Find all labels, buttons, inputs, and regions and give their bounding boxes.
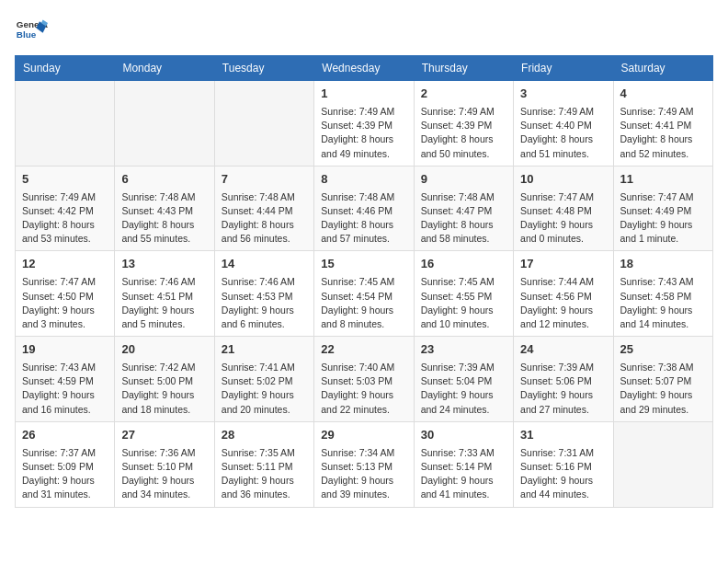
day-info-line: Sunrise: 7:39 AM: [520, 361, 606, 374]
calendar-cell: 29Sunrise: 7:34 AMSunset: 5:13 PMDayligh…: [314, 421, 414, 507]
day-info-line: Daylight: 9 hours and 1 minute.: [620, 218, 706, 246]
day-info-line: Sunrise: 7:48 AM: [421, 190, 506, 204]
calendar-cell: [16, 81, 115, 167]
day-number: 14: [222, 256, 307, 273]
logo: General Blue: [15, 15, 48, 48]
day-info-line: Sunrise: 7:48 AM: [222, 190, 307, 204]
day-number: 13: [121, 256, 207, 273]
calendar-cell: 24Sunrise: 7:39 AMSunset: 5:06 PMDayligh…: [514, 337, 613, 422]
day-number: 1: [321, 86, 406, 103]
calendar-cell: 19Sunrise: 7:43 AMSunset: 4:59 PMDayligh…: [16, 337, 115, 422]
day-info-line: Daylight: 9 hours and 44 minutes.: [520, 474, 606, 501]
day-info-line: Sunset: 5:13 PM: [321, 460, 406, 474]
day-info-line: Daylight: 8 hours and 58 minutes.: [421, 218, 506, 246]
day-info-line: Sunrise: 7:41 AM: [222, 361, 307, 374]
day-info-line: Sunset: 4:40 PM: [520, 119, 606, 132]
day-info-line: Daylight: 8 hours and 55 minutes.: [121, 218, 207, 246]
day-info-line: Sunrise: 7:37 AM: [22, 446, 108, 460]
day-info-line: Sunset: 4:50 PM: [22, 290, 108, 304]
day-info-line: Sunrise: 7:34 AM: [321, 446, 406, 460]
day-info-line: Daylight: 9 hours and 12 minutes.: [520, 304, 606, 331]
day-number: 15: [321, 256, 406, 273]
day-info-line: Daylight: 9 hours and 36 minutes.: [222, 474, 307, 501]
day-number: 4: [620, 86, 706, 103]
calendar-table: SundayMondayTuesdayWednesdayThursdayFrid…: [15, 55, 713, 508]
day-info-line: Sunset: 5:07 PM: [620, 374, 706, 388]
day-number: 3: [520, 86, 606, 103]
day-number: 26: [22, 427, 108, 444]
calendar-cell: 6Sunrise: 7:48 AMSunset: 4:43 PMDaylight…: [115, 166, 214, 251]
day-info-line: Daylight: 9 hours and 0 minutes.: [520, 218, 606, 246]
day-info-line: Daylight: 9 hours and 34 minutes.: [121, 474, 207, 501]
calendar-cell: 20Sunrise: 7:42 AMSunset: 5:00 PMDayligh…: [115, 337, 214, 422]
day-info-line: Sunrise: 7:46 AM: [222, 275, 307, 289]
day-info-line: Sunrise: 7:46 AM: [121, 275, 207, 289]
calendar-cell: 13Sunrise: 7:46 AMSunset: 4:51 PMDayligh…: [115, 251, 214, 337]
day-info-line: Sunset: 4:39 PM: [421, 119, 506, 132]
calendar-week-2: 5Sunrise: 7:49 AMSunset: 4:42 PMDaylight…: [16, 166, 713, 251]
day-info-line: Sunset: 4:59 PM: [22, 374, 108, 388]
day-info-line: Sunrise: 7:45 AM: [321, 275, 406, 289]
day-info-line: Daylight: 9 hours and 3 minutes.: [22, 304, 108, 331]
day-info-line: Sunset: 4:58 PM: [620, 290, 706, 304]
day-info-line: Daylight: 8 hours and 50 minutes.: [421, 132, 506, 160]
calendar-body: 1Sunrise: 7:49 AMSunset: 4:39 PMDaylight…: [16, 81, 713, 508]
day-info-line: Sunrise: 7:40 AM: [321, 361, 406, 374]
calendar-cell: 5Sunrise: 7:49 AMSunset: 4:42 PMDaylight…: [16, 166, 115, 251]
day-info-line: Daylight: 9 hours and 41 minutes.: [421, 474, 506, 501]
day-info-line: Daylight: 9 hours and 5 minutes.: [121, 304, 207, 331]
day-info-line: Daylight: 9 hours and 31 minutes.: [22, 474, 108, 501]
day-info-line: Sunset: 4:44 PM: [222, 204, 307, 218]
day-info-line: Sunset: 5:14 PM: [421, 460, 506, 474]
calendar-week-4: 19Sunrise: 7:43 AMSunset: 4:59 PMDayligh…: [16, 337, 713, 422]
day-info-line: Sunrise: 7:36 AM: [121, 446, 207, 460]
day-info-line: Sunrise: 7:49 AM: [620, 105, 706, 119]
day-info-line: Sunset: 4:53 PM: [222, 290, 307, 304]
day-info-line: Sunrise: 7:49 AM: [321, 105, 406, 119]
day-number: 29: [321, 427, 406, 444]
day-number: 6: [121, 171, 207, 189]
calendar-cell: 2Sunrise: 7:49 AMSunset: 4:39 PMDaylight…: [414, 81, 513, 167]
day-info-line: Sunrise: 7:49 AM: [520, 105, 606, 119]
day-info-line: Sunset: 4:41 PM: [620, 119, 706, 132]
day-info-line: Daylight: 9 hours and 27 minutes.: [520, 388, 606, 416]
day-number: 12: [22, 256, 108, 273]
day-info-line: Daylight: 9 hours and 8 minutes.: [321, 304, 406, 331]
weekday-header-friday: Friday: [514, 56, 613, 81]
day-info-line: Daylight: 9 hours and 14 minutes.: [620, 304, 706, 331]
calendar-cell: 10Sunrise: 7:47 AMSunset: 4:48 PMDayligh…: [514, 166, 613, 251]
day-info-line: Daylight: 9 hours and 20 minutes.: [222, 388, 307, 416]
day-info-line: Sunset: 5:16 PM: [520, 460, 606, 474]
day-info-line: Sunset: 5:10 PM: [121, 460, 207, 474]
day-number: 31: [520, 427, 606, 444]
day-info-line: Daylight: 9 hours and 10 minutes.: [421, 304, 506, 331]
day-info-line: Sunrise: 7:42 AM: [121, 361, 207, 374]
calendar-cell: 3Sunrise: 7:49 AMSunset: 4:40 PMDaylight…: [514, 81, 613, 167]
weekday-header-thursday: Thursday: [414, 56, 513, 81]
day-info-line: Daylight: 9 hours and 24 minutes.: [421, 388, 506, 416]
calendar-week-1: 1Sunrise: 7:49 AMSunset: 4:39 PMDaylight…: [16, 81, 713, 167]
day-number: 8: [321, 171, 406, 189]
day-number: 27: [121, 427, 207, 444]
day-info-line: Sunset: 5:04 PM: [421, 374, 506, 388]
day-info-line: Sunset: 4:48 PM: [520, 204, 606, 218]
calendar-cell: 4Sunrise: 7:49 AMSunset: 4:41 PMDaylight…: [613, 81, 712, 167]
calendar-cell: 17Sunrise: 7:44 AMSunset: 4:56 PMDayligh…: [514, 251, 613, 337]
day-info-line: Sunrise: 7:49 AM: [22, 190, 108, 204]
calendar-cell: 27Sunrise: 7:36 AMSunset: 5:10 PMDayligh…: [115, 421, 214, 507]
calendar-cell: 7Sunrise: 7:48 AMSunset: 4:44 PMDaylight…: [214, 166, 313, 251]
day-info-line: Sunset: 5:09 PM: [22, 460, 108, 474]
day-info-line: Sunrise: 7:33 AM: [421, 446, 506, 460]
day-info-line: Sunset: 5:02 PM: [222, 374, 307, 388]
calendar-week-3: 12Sunrise: 7:47 AMSunset: 4:50 PMDayligh…: [16, 251, 713, 337]
day-info-line: Daylight: 9 hours and 6 minutes.: [222, 304, 307, 331]
day-info-line: Sunset: 4:39 PM: [321, 119, 406, 132]
day-number: 10: [520, 171, 606, 189]
day-info-line: Daylight: 8 hours and 51 minutes.: [520, 132, 606, 160]
day-number: 24: [520, 341, 606, 359]
calendar-cell: 8Sunrise: 7:48 AMSunset: 4:46 PMDaylight…: [314, 166, 414, 251]
day-info-line: Sunrise: 7:48 AM: [121, 190, 207, 204]
day-info-line: Daylight: 8 hours and 53 minutes.: [22, 218, 108, 246]
day-info-line: Daylight: 9 hours and 18 minutes.: [121, 388, 207, 416]
day-info-line: Sunset: 5:03 PM: [321, 374, 406, 388]
